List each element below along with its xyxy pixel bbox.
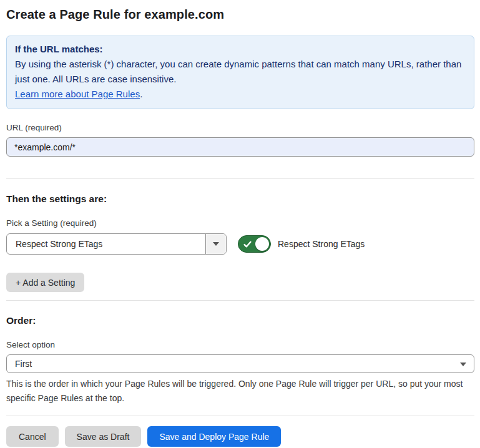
order-select[interactable]: First (6, 354, 474, 373)
url-match-info-box: If the URL matches: By using the asteris… (6, 36, 474, 109)
order-select-label: Select option (6, 339, 474, 350)
cancel-button[interactable]: Cancel (6, 426, 59, 447)
setting-row: Respect Strong ETags Respect Strong ETag… (6, 233, 474, 255)
order-help-text: This is the order in which your Page Rul… (6, 377, 471, 406)
info-box-heading: If the URL matches: (15, 42, 466, 57)
url-field-label: URL (required) (6, 122, 474, 133)
page-title: Create a Page Rule for example.com (6, 7, 474, 22)
setting-select[interactable]: Respect Strong ETags (6, 233, 227, 255)
order-select-value: First (15, 359, 32, 369)
url-input[interactable] (6, 137, 474, 157)
info-box-body: By using the asterisk (*) character, you… (15, 57, 466, 102)
check-icon (243, 240, 252, 248)
section-divider (6, 178, 474, 179)
pick-setting-label: Pick a Setting (required) (6, 218, 474, 228)
footer-actions: Cancel Save as Draft Save and Deploy Pag… (6, 426, 474, 448)
section-divider (6, 300, 474, 301)
toggle-label: Respect Strong ETags (278, 239, 365, 249)
info-box-body-text: By using the asterisk (*) character, you… (15, 59, 461, 84)
save-as-draft-button[interactable]: Save as Draft (65, 426, 142, 447)
add-setting-button[interactable]: + Add a Setting (6, 273, 84, 292)
page-rule-form: Create a Page Rule for example.com If th… (0, 0, 480, 448)
setting-select-value: Respect Strong ETags (7, 234, 205, 254)
link-period: . (140, 89, 142, 99)
settings-section-heading: Then the settings are: (6, 193, 474, 205)
chevron-down-icon (460, 363, 466, 366)
footer-divider (6, 416, 474, 416)
save-and-deploy-button[interactable]: Save and Deploy Page Rule (147, 426, 281, 447)
order-section-heading: Order: (6, 314, 474, 326)
chevron-down-icon (213, 242, 219, 246)
setting-toggle[interactable] (238, 235, 271, 253)
toggle-knob (255, 237, 269, 251)
setting-select-arrow[interactable] (205, 234, 226, 254)
learn-more-link[interactable]: Learn more about Page Rules (15, 89, 140, 99)
